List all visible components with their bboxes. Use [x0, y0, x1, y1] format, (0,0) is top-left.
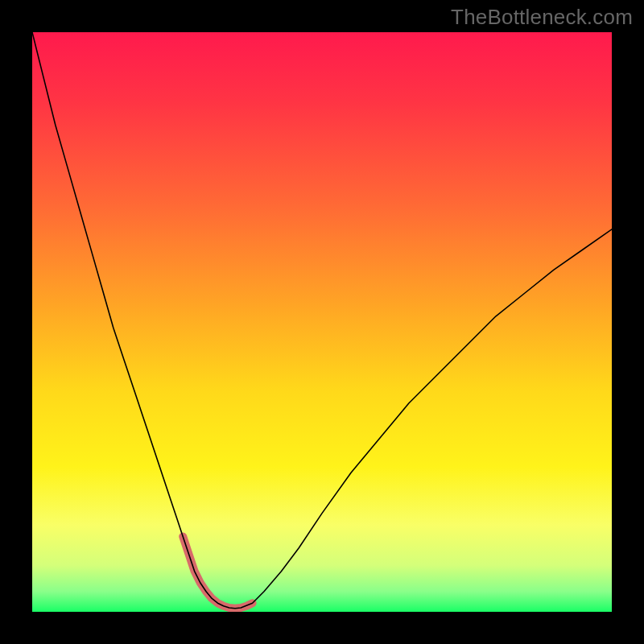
- bottleneck-curve-path: [32, 32, 612, 609]
- curve-layer: [32, 32, 612, 612]
- plot-area: [32, 32, 612, 612]
- watermark-text: TheBottleneck.com: [451, 5, 633, 30]
- chart-frame: TheBottleneck.com: [0, 0, 644, 644]
- highlight-path: [183, 536, 252, 608]
